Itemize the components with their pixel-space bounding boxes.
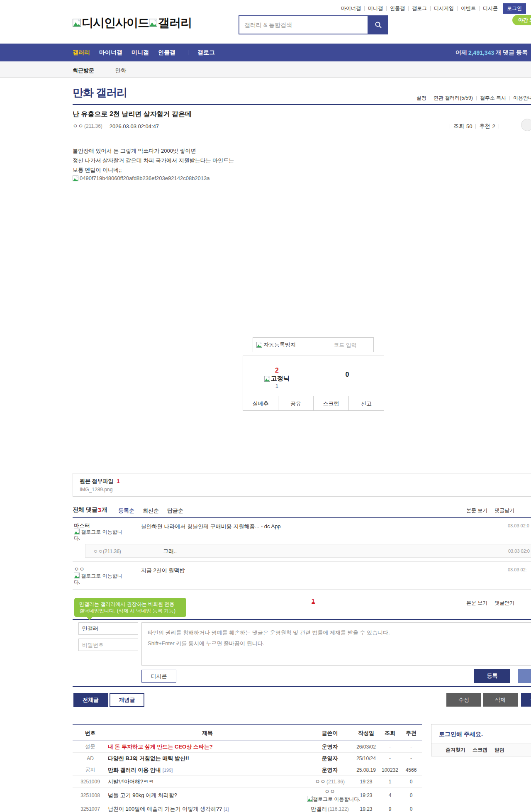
- broken-image-icon: [73, 176, 78, 181]
- topbar-link-mini-gallery[interactable]: 미니갤: [368, 5, 383, 12]
- row-views: 4: [380, 792, 400, 798]
- login-button[interactable]: 로그인: [503, 3, 526, 14]
- row-author[interactable]: 운영자: [307, 766, 353, 774]
- row-author[interactable]: 운영자: [307, 743, 353, 751]
- row-author[interactable]: ㅇㅇ 갤로그로 이동합니다.: [307, 788, 353, 803]
- attachment-filename[interactable]: IMG_1289.png: [80, 487, 531, 493]
- row-title-link[interactable]: 남친이 100일에 애슐리 가는거 어떻게 생각해??[1]: [108, 805, 307, 812]
- edit-button[interactable]: 수정: [446, 693, 481, 707]
- captcha-input[interactable]: [320, 342, 370, 348]
- nav-item-mini-gallery[interactable]: 미니갤: [132, 49, 149, 56]
- site-logo[interactable]: 디시인사이드 갤러리: [73, 15, 192, 31]
- divider: [457, 6, 458, 11]
- reply-author[interactable]: ㅇㅇ(211.36): [93, 548, 121, 555]
- comment-form-bottom-border: [73, 686, 531, 687]
- post-author[interactable]: ㅇㅇ: [73, 122, 83, 130]
- topbar-link-dccon[interactable]: 디시콘: [483, 5, 498, 12]
- topbar-link-dcgame[interactable]: 디시게임: [434, 5, 454, 12]
- notification-link[interactable]: 알림: [494, 746, 504, 753]
- search-input[interactable]: [239, 22, 368, 28]
- usage-guide-link[interactable]: 이용안내: [513, 95, 531, 102]
- views-label: 조회: [453, 122, 464, 130]
- row-title-text: 만화 갤러리 이용 안내: [108, 767, 161, 773]
- share-button[interactable]: 공유: [278, 396, 313, 411]
- topbar-link-gallog[interactable]: 갤로그: [412, 5, 427, 12]
- divider: [509, 96, 510, 100]
- nav-item-minor-gallery[interactable]: 마이너갤: [99, 49, 122, 56]
- close-comments-link[interactable]: 댓글닫기: [494, 507, 514, 514]
- topbar-link-minor-gallery[interactable]: 마이너갤: [341, 5, 361, 12]
- row-author[interactable]: 운영자: [307, 755, 353, 762]
- topbar-link-event[interactable]: 이벤트: [461, 5, 476, 12]
- scrap-link[interactable]: 스크랩: [473, 746, 487, 753]
- likes-count: 2: [492, 123, 495, 129]
- page-number-1[interactable]: 1: [312, 597, 315, 604]
- row-date: 26/03/02: [353, 744, 380, 750]
- comment-password-input[interactable]: [78, 639, 138, 651]
- gallery-settings-link[interactable]: 설정: [417, 95, 426, 102]
- nav-item-gallog[interactable]: 갤로그: [197, 49, 215, 56]
- row-title-link[interactable]: 만화 갤러리 이용 안내[199]: [108, 766, 307, 774]
- dcinside-gallery-page: { "topbar": { "links": ["마이너갤", "미니갤", "…: [0, 0, 531, 812]
- row-title-link[interactable]: 시발년아머해?ㅋㅋ: [108, 778, 307, 785]
- post-list-table: 번호 제목 글쓴이 작성일 조회 추천 설문 내 돈 투자하고 싶게 만드는 C…: [73, 724, 422, 812]
- view-post-link[interactable]: 본문 보기: [466, 507, 487, 514]
- comments-total-count: 3: [98, 507, 101, 513]
- sort-by-newest[interactable]: 최신순: [143, 507, 159, 515]
- favorites-link[interactable]: 즐겨찾기: [446, 746, 465, 753]
- comment-guide-text: Shift+Enter 키를 동시에 누르면 줄바꿈이 됩니다.: [148, 638, 531, 649]
- scrap-button[interactable]: 스크랩: [313, 396, 348, 411]
- related-galleries-link[interactable]: 연관 갤러리(5/59): [434, 95, 473, 102]
- likes-label: 추천: [479, 122, 490, 130]
- comment-nickname-input[interactable]: [78, 622, 138, 635]
- delete-button[interactable]: 삭제: [483, 693, 518, 707]
- reply-time: 03.03 02:0: [508, 549, 530, 554]
- row-views: -: [380, 756, 400, 761]
- view-post-link[interactable]: 본문 보기: [466, 600, 487, 607]
- fixed-nick-label: 고정닉: [271, 375, 290, 383]
- post-tools-button[interactable]: [521, 119, 531, 131]
- row-title-text: 남친이 100일에 애슐리 가는거 어떻게 생각해??: [108, 806, 222, 812]
- comment-textarea[interactable]: 타인의 권리를 침해하거나 명예를 훼손하는 댓글은 운영원칙 및 관련 법률에…: [141, 622, 531, 666]
- reply-author-name: ㅇㅇ: [93, 549, 103, 554]
- comment-submit-button[interactable]: 등록: [474, 669, 510, 683]
- dccon-button[interactable]: 디시콘: [141, 670, 176, 683]
- gallery-title[interactable]: 만화 갤러리: [73, 85, 127, 100]
- broken-image-icon: [149, 19, 157, 27]
- upvote-area[interactable]: 2 고정닉 1: [243, 356, 311, 396]
- row-title-link[interactable]: 다양한 BJ의 거침없는 매력 발산!!: [108, 755, 307, 762]
- comment-author[interactable]: ㅇㅇ: [74, 566, 85, 573]
- close-comments-link[interactable]: 댓글닫기: [494, 600, 514, 607]
- comment-author-gallog[interactable]: 갤로그로 이동합니다.: [74, 529, 123, 541]
- row-likes: -: [400, 756, 422, 761]
- write-button[interactable]: 글쓰기: [521, 693, 531, 707]
- attachment-box: 원본 첨부파일 1 IMG_1289.png: [73, 473, 531, 497]
- downvote-area[interactable]: 0: [311, 356, 384, 396]
- header-author: 글쓴이: [307, 729, 353, 737]
- nav-item-person-gallery[interactable]: 인물갤: [158, 49, 175, 56]
- copy-gallery-url-link[interactable]: 갤주소 복사: [480, 95, 506, 102]
- sort-by-registered[interactable]: 등록순: [118, 507, 134, 515]
- row-author[interactable]: ㅇㅇ(211.36): [307, 778, 353, 785]
- row-author-name: 만갤러: [311, 806, 327, 812]
- recent-visit-gallery[interactable]: 만화: [115, 67, 126, 74]
- comment-submit-button-secondary[interactable]: 등록: [518, 669, 531, 683]
- nav-item-gallery[interactable]: 갤러리: [73, 49, 90, 56]
- upvote-count: 2: [275, 367, 279, 374]
- tab-best-posts[interactable]: 개념글: [110, 693, 144, 707]
- row-number: AD: [73, 756, 108, 761]
- post-body-line: 정신 나가서 살자할거 같은데 차피 국가에서 지원받는다는 마인드는: [73, 156, 234, 165]
- report-button[interactable]: 신고: [348, 396, 384, 411]
- tab-all-posts[interactable]: 전체글: [73, 693, 108, 707]
- topbar-link-person-gallery[interactable]: 인물갤: [390, 5, 405, 12]
- row-reply-count: [199]: [163, 768, 173, 773]
- row-title-link[interactable]: 내 돈 투자하고 싶게 만드는 CEO상 스타는?: [108, 743, 307, 751]
- row-title-link[interactable]: 넘들 고기 90kg 어케 처리함?: [108, 792, 307, 799]
- realtime-best-button[interactable]: 실베추: [243, 396, 278, 411]
- comment-author-gallog[interactable]: 갤로그로 이동합니다.: [74, 573, 123, 585]
- sort-by-reply[interactable]: 답글순: [167, 507, 183, 515]
- row-author[interactable]: 만갤러(116.122): [307, 805, 353, 812]
- divider: [364, 6, 365, 11]
- search-button[interactable]: [368, 15, 388, 34]
- night-mode-button[interactable]: 야간 모드: [512, 15, 531, 25]
